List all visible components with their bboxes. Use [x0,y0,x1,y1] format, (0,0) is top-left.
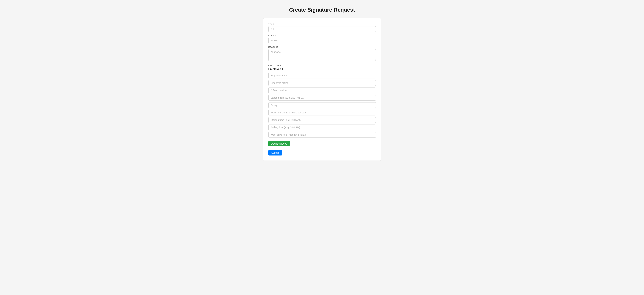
work-hours-input[interactable] [268,110,376,116]
starting-time-input[interactable] [268,117,376,123]
title-field-group: TITLE [268,23,376,32]
salary-input[interactable] [268,102,376,108]
employee-email-input[interactable] [268,73,376,78]
employee-name-input[interactable] [268,80,376,86]
employee1-fields [268,73,376,138]
employees-section: EMPLOYEES Employee 1 [268,64,376,138]
employees-label: EMPLOYEES [268,64,376,66]
subject-field-group: SUBJECT [268,35,376,44]
page-title: Create Signature Request [263,7,381,13]
ending-time-input[interactable] [268,124,376,130]
add-employee-button[interactable]: Add Employee [268,141,290,146]
form-card: TITLE SUBJECT MESSAGE EMPLOYEES Employee… [263,18,381,161]
message-textarea[interactable] [268,49,376,61]
work-days-input[interactable] [268,132,376,138]
employee1-title: Employee 1 [268,68,376,71]
starting-from-input[interactable] [268,95,376,101]
button-group: Add Employee Submit [268,138,376,156]
subject-label: SUBJECT [268,35,376,37]
subject-input[interactable] [268,38,376,44]
title-input[interactable] [268,26,376,32]
message-label: MESSAGE [268,46,376,48]
message-field-group: MESSAGE [268,46,376,62]
title-label: TITLE [268,23,376,25]
submit-button[interactable]: Submit [268,150,282,156]
office-location-input[interactable] [268,88,376,93]
